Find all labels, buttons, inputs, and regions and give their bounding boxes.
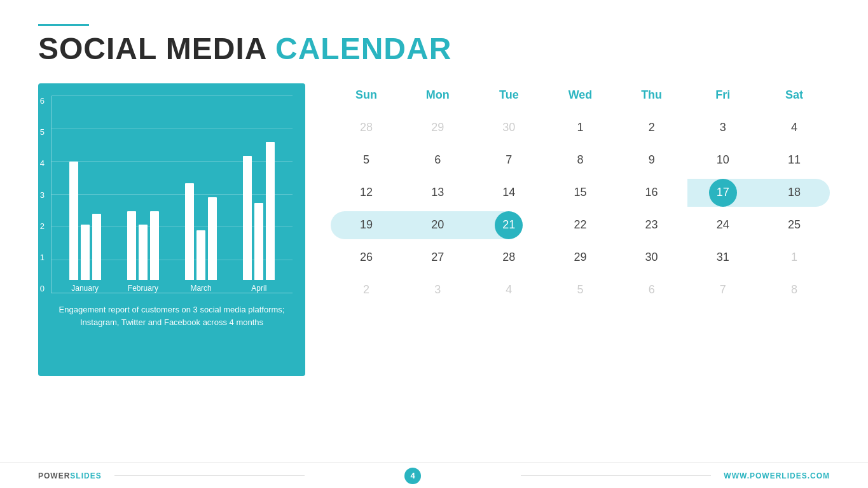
bar-group-april: April: [232, 115, 286, 293]
page-title: SOCIAL MEDIA CALENDAR: [38, 34, 830, 64]
title-part2: CALENDAR: [275, 32, 451, 66]
y-label-4: 4: [32, 158, 45, 168]
calendar-week-0: 28 29 30 1 2 3 4: [331, 112, 830, 143]
cal-cell-w1-fri: 10: [687, 144, 759, 176]
cal-cell-w2-mon: 13: [402, 177, 473, 208]
footer: POWERSLIDES 4 WWW.POWERLIDES.COM: [0, 463, 868, 488]
chart-panel: 0 1 2 3 4 5 6: [38, 83, 305, 376]
calendar: Sun Mon Tue Wed Thu Fri Sat 28 29 30 1 2…: [331, 83, 830, 376]
cal-cell-w0-wed: 1: [544, 112, 616, 143]
page-number: 4: [404, 468, 421, 484]
bar-group-label-april: April: [251, 284, 266, 293]
day-header-sat: Sat: [759, 83, 830, 107]
calendar-week-2: 12 13 14 15 16 17 18: [331, 177, 830, 208]
bar-jan-1: [69, 162, 78, 280]
cal-cell-w4-sat: 1: [759, 242, 830, 273]
cal-cell-w1-tue: 7: [473, 144, 544, 176]
cal-cell-w5-sun: 2: [331, 274, 402, 305]
day-header-thu: Thu: [616, 83, 687, 107]
cal-cell-w2-sat: 18: [759, 177, 830, 208]
footer-website: WWW.POWERLIDES.COM: [724, 471, 830, 480]
cal-cell-w2-wed: 15: [544, 177, 616, 208]
day-header-tue: Tue: [473, 83, 544, 107]
cal-cell-w0-mon: 29: [402, 112, 473, 143]
day-header-mon: Mon: [402, 83, 473, 107]
cal-cell-w5-sat: 8: [759, 274, 830, 305]
y-label-5: 5: [32, 127, 45, 137]
bar-group-label-march: March: [190, 284, 211, 293]
cal-cell-w1-sat: 11: [759, 144, 830, 176]
title-part1: SOCIAL MEDIA: [38, 32, 266, 66]
header-accent-line: [38, 24, 89, 26]
footer-brand-slides: SLIDES: [70, 471, 101, 480]
cal-cell-w1-mon: 6: [402, 144, 473, 176]
cal-cell-w3-fri: 24: [687, 209, 759, 241]
bar-apr-2: [254, 203, 263, 280]
bar-group-january: January: [58, 115, 112, 293]
cal-cell-w4-wed: 29: [544, 242, 616, 273]
cal-cell-w4-thu: 30: [616, 242, 687, 273]
bar-chart: 0 1 2 3 4 5 6: [51, 96, 293, 293]
cal-cell-w4-mon: 27: [402, 242, 473, 273]
calendar-week-3: 19 20 21 22 23 24 25: [331, 209, 830, 241]
footer-brand-power: POWER: [38, 471, 70, 480]
y-label-3: 3: [32, 190, 45, 200]
y-axis-labels: 0 1 2 3 4 5 6: [32, 96, 45, 293]
calendar-week-1: 5 6 7 8 9 10 11: [331, 144, 830, 176]
bar-feb-1: [127, 211, 136, 280]
chart-area: January February: [51, 96, 293, 293]
cal-cell-w0-tue: 30: [473, 112, 544, 143]
cal-cell-w5-tue: 4: [473, 274, 544, 305]
bar-apr-3: [266, 142, 275, 280]
bar-mar-1: [185, 183, 194, 280]
cal-cell-w0-thu: 2: [616, 112, 687, 143]
bar-jan-2: [81, 225, 90, 280]
bar-group-march: March: [174, 115, 228, 293]
footer-line-left: [114, 475, 305, 476]
header: SOCIAL MEDIA CALENDAR: [0, 0, 868, 77]
cal-cell-w4-fri: 31: [687, 242, 759, 273]
cal-cell-w1-sun: 5: [331, 144, 402, 176]
footer-line-right: [521, 475, 712, 476]
footer-center: 4: [317, 468, 508, 484]
y-label-1: 1: [32, 253, 45, 262]
day-header-wed: Wed: [544, 83, 616, 107]
day-header-sun: Sun: [331, 83, 402, 107]
calendar-week-5: 2 3 4 5 6 7 8: [331, 274, 830, 305]
bar-group-february: February: [116, 115, 170, 293]
cal-cell-w4-sun: 26: [331, 242, 402, 273]
cal-cell-w4-tue: 28: [473, 242, 544, 273]
main-content: 0 1 2 3 4 5 6: [0, 83, 868, 376]
bar-jan-3: [92, 214, 101, 280]
bars-container: January February: [52, 96, 293, 293]
cal-cell-w3-wed: 22: [544, 209, 616, 241]
cal-cell-w0-sat: 4: [759, 112, 830, 143]
cal-cell-w3-thu: 23: [616, 209, 687, 241]
bar-mar-2: [196, 230, 205, 280]
y-label-2: 2: [32, 221, 45, 231]
cal-cell-w5-thu: 6: [616, 274, 687, 305]
cal-cell-w0-fri: 3: [687, 112, 759, 143]
chart-description: Engagement report of customers on 3 soci…: [51, 303, 293, 328]
cal-cell-w5-fri: 7: [687, 274, 759, 305]
cal-cell-w5-wed: 5: [544, 274, 616, 305]
calendar-header: Sun Mon Tue Wed Thu Fri Sat: [331, 83, 830, 107]
bar-group-label-february: February: [128, 284, 158, 293]
cal-cell-w1-wed: 8: [544, 144, 616, 176]
bar-feb-2: [139, 225, 148, 280]
bar-apr-1: [243, 156, 252, 280]
cal-cell-w3-tue: 21: [473, 209, 544, 241]
calendar-body: 28 29 30 1 2 3 4 5 6 7 8 9 10 11 12: [331, 112, 830, 305]
y-label-6: 6: [32, 96, 45, 106]
cal-cell-w2-sun: 12: [331, 177, 402, 208]
cal-cell-w0-sun: 28: [331, 112, 402, 143]
day-header-fri: Fri: [687, 83, 759, 107]
cal-cell-w1-thu: 9: [616, 144, 687, 176]
calendar-week-4: 26 27 28 29 30 31 1: [331, 242, 830, 273]
bar-mar-3: [208, 197, 217, 280]
cal-cell-w5-mon: 3: [402, 274, 473, 305]
footer-brand: POWERSLIDES: [38, 471, 102, 480]
cal-cell-w2-tue: 14: [473, 177, 544, 208]
cal-cell-w2-thu: 16: [616, 177, 687, 208]
cal-cell-w3-sat: 25: [759, 209, 830, 241]
